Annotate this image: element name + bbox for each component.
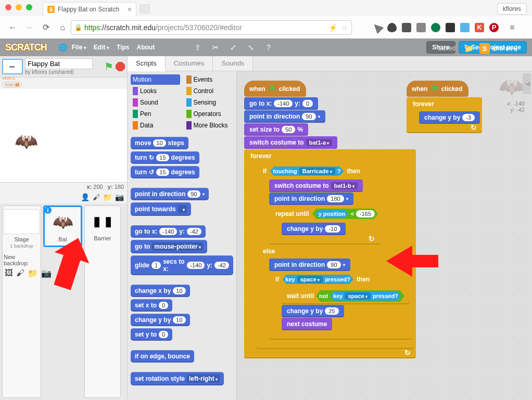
bat-sprite-on-stage[interactable]: 🦇 [15,131,38,152]
block-goto[interactable]: go tomouse-pointer [131,240,207,253]
pocket-icon[interactable] [387,23,397,32]
upload-backdrop-icon[interactable]: 📁 [28,268,38,278]
help-tab[interactable]: ? [523,73,531,94]
block-point-direction[interactable]: point in direction90▾ [244,110,325,123]
menu-icon[interactable]: ≡ [506,21,518,34]
shrink-icon[interactable]: ⤡ [245,42,257,53]
block-turn-ccw[interactable]: turn ↺ 15degrees [131,166,199,178]
cat-events[interactable]: Events [184,74,234,85]
block-change-y-25[interactable]: change y by25 [282,305,344,317]
help-icon[interactable]: ? [263,42,274,53]
stage-card[interactable]: Stage 1 backdrop New backdrop: 🖼 🖌 📁 📷 [2,205,41,398]
cat-sound[interactable]: Sound [131,97,180,108]
stage-canvas[interactable]: 🦇 [0,89,127,183]
user-avatar-icon[interactable]: S [479,43,490,54]
block-change-y-n3[interactable]: change y by-3 [419,111,480,124]
script-canvas[interactable]: 🦇 x: -140 y: -42 ? when⚑clicked go to x:… [237,71,532,400]
about-menu[interactable]: About [137,44,155,51]
tips-menu[interactable]: Tips [117,44,129,51]
block-set-x[interactable]: set x to0 [131,299,172,312]
block-set-size[interactable]: set size to50% [244,123,308,136]
hangouts-icon[interactable] [431,23,440,32]
globe-icon[interactable]: 🌐 [57,42,69,53]
duplicate-icon[interactable]: ⇪ [192,42,204,53]
cat-sensing[interactable]: Sensing [184,97,234,108]
bool-lt[interactable]: y position < -165 [312,209,378,219]
bool-not[interactable]: not keyspacepressed? [316,290,404,302]
block-goto-xy[interactable]: go to x:-140y:0 [244,97,318,110]
close-tab-icon[interactable]: × [128,5,132,14]
grow-icon[interactable]: ⤢ [227,42,239,53]
sprite-card-barrier[interactable]: ▮ ▮ Barrier [84,205,121,398]
sprite-info-icon[interactable]: i [44,207,52,214]
back-button[interactable]: ← [6,21,19,34]
ext-icon[interactable] [460,23,470,32]
block-if-edge-bounce[interactable]: if on edge, bounce [131,350,194,363]
file-menu[interactable]: File [72,44,86,51]
cat-data[interactable]: Data [131,120,180,131]
choose-sprite-icon[interactable]: 👤 [81,193,90,201]
fullscreen-button[interactable] [2,59,23,74]
ext-icon[interactable] [416,23,426,32]
close-window-button[interactable] [5,4,11,10]
block-change-y-n10[interactable]: change y by-10 [282,223,346,235]
camera-sprite-icon[interactable]: 📷 [115,193,124,201]
block-point-direction-180[interactable]: point in direction180▾ [269,192,353,205]
reporter-y-position[interactable]: y position [315,210,349,218]
hat-when-flag-clicked-2[interactable]: when⚑clicked [407,81,468,97]
maximize-window-button[interactable] [26,4,32,10]
address-bar[interactable]: 🔒 https://scratch.mit.edu/projects/53706… [71,20,352,35]
ext-icon[interactable] [371,21,384,34]
cat-looks[interactable]: Looks [131,86,180,96]
block-repeat-until[interactable]: repeat until y position < -165 [269,205,380,244]
cat-motion[interactable]: Motion [131,74,180,85]
block-glide[interactable]: glide1secs to x:-140y:-42 [131,255,233,275]
tab-costumes[interactable]: Costumes [166,56,213,71]
block-forever-2[interactable]: forever change y by-3 ↻ [407,97,482,133]
upload-sprite-icon[interactable]: 📁 [103,193,112,201]
folder-icon[interactable]: 📁 [463,43,474,54]
block-set-rotation[interactable]: set rotation styleleft-right [131,372,224,385]
bool-key-pressed-inner[interactable]: keyspacepressed? [330,291,401,301]
cat-pen[interactable]: Pen [131,109,180,119]
bool-touching[interactable]: touchingBarricade? [270,166,344,176]
block-move-steps[interactable]: move10steps [131,137,188,149]
home-button[interactable]: ⌂ [56,21,69,34]
stop-button[interactable] [116,62,125,71]
paint-sprite-icon[interactable]: 🖌 [93,193,100,201]
reload-button[interactable]: ⟳ [40,21,52,34]
block-set-y[interactable]: set y to0 [131,328,172,341]
browser-tab[interactable]: S Flappy Bat on Scratch × [43,2,136,16]
minimize-window-button[interactable] [16,4,22,10]
paint-backdrop-icon[interactable]: 🖌 [16,268,24,278]
hat-when-flag-clicked[interactable]: when⚑clicked [244,81,306,97]
block-switch-costume-b[interactable]: switch costume tobat1-b [269,179,363,192]
ext-icon[interactable] [446,23,455,32]
delete-icon[interactable]: ✂ [210,42,221,53]
scratch-logo[interactable]: SCRATCH [5,42,47,53]
pinterest-icon[interactable]: P [489,23,499,32]
block-wait-until[interactable]: wait until not keyspacepressed? [282,288,410,304]
ext-icon[interactable]: K [475,23,484,32]
cat-control[interactable]: Control [184,86,234,96]
block-turn-cw[interactable]: turn ↻ 15degrees [131,151,199,164]
block-change-y[interactable]: change y by10 [131,314,190,326]
user-menu[interactable]: kflores [492,45,516,52]
block-point-towards[interactable]: point towards [131,202,191,216]
script-main[interactable]: when⚑clicked go to x:-140y:0 point in di… [244,81,416,358]
cat-operators[interactable]: Operators [184,109,234,119]
browser-profile-chip[interactable]: kflores [497,3,527,15]
block-point-direction[interactable]: point in direction90▾ [131,188,209,200]
block-goto-xy[interactable]: go to x:-140y:-42 [131,225,206,238]
forward-button[interactable]: → [23,21,35,34]
block-switch-costume[interactable]: switch costume tobat1-a [244,136,337,149]
tab-sounds[interactable]: Sounds [213,56,253,71]
ext-icon[interactable] [402,23,411,32]
block-change-x[interactable]: change x by10 [131,285,190,297]
script-gravity[interactable]: when⚑clicked forever change y by-3 ↻ [407,81,482,133]
green-flag-button[interactable]: ⚑ [104,60,113,73]
project-title-input[interactable] [25,58,93,69]
cat-more[interactable]: More Blocks [184,120,234,131]
tab-scripts[interactable]: Scripts [128,56,166,71]
edit-menu[interactable]: Edit [94,44,109,51]
